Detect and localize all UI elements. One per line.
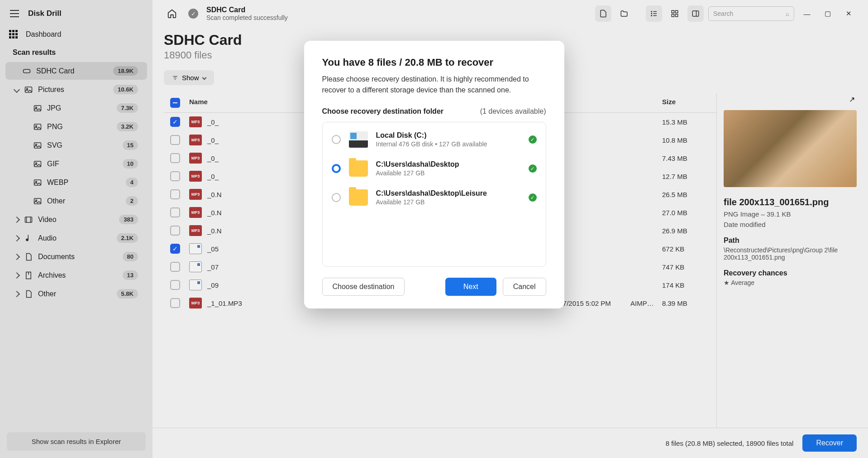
choose-destination-label: Choose recovery destination folder: [322, 107, 444, 116]
folder-icon: [349, 160, 368, 177]
folder-icon: [349, 189, 368, 206]
cancel-button[interactable]: Cancel: [503, 278, 546, 296]
next-button[interactable]: Next: [445, 278, 496, 296]
destination-title: Local Disk (C:): [376, 131, 520, 140]
modal-description: Please choose recovery destination. It i…: [322, 74, 546, 96]
radio-button[interactable]: [332, 135, 341, 144]
destination-item[interactable]: C:\Users\dasha\Desktop\LeisureAvailable …: [323, 183, 546, 212]
devices-available-label: (1 devices available): [480, 107, 546, 116]
check-icon: ✓: [529, 135, 537, 144]
radio-button[interactable]: [332, 164, 341, 173]
disk-icon: [349, 131, 368, 148]
recovery-modal: You have 8 files / 20.8 MB to recover Pl…: [304, 41, 564, 309]
destination-subtitle: Available 127 GB: [376, 169, 520, 177]
destination-item[interactable]: Local Disk (C:)Internal 476 GB disk • 12…: [323, 125, 546, 154]
radio-button[interactable]: [332, 193, 341, 202]
destination-title: C:\Users\dasha\Desktop: [376, 160, 520, 169]
modal-title: You have 8 files / 20.8 MB to recover: [322, 57, 546, 68]
check-icon: ✓: [529, 193, 537, 202]
check-icon: ✓: [529, 164, 537, 173]
destination-item[interactable]: C:\Users\dasha\DesktopAvailable 127 GB✓: [323, 154, 546, 183]
destination-subtitle: Available 127 GB: [376, 198, 520, 206]
destination-title: C:\Users\dasha\Desktop\Leisure: [376, 189, 520, 198]
modal-overlay: You have 8 files / 20.8 MB to recover Pl…: [0, 0, 868, 458]
destination-subtitle: Internal 476 GB disk • 127 GB available: [376, 140, 520, 148]
choose-destination-button[interactable]: Choose destination: [322, 278, 405, 296]
destination-list: Local Disk (C:)Internal 476 GB disk • 12…: [322, 122, 546, 267]
